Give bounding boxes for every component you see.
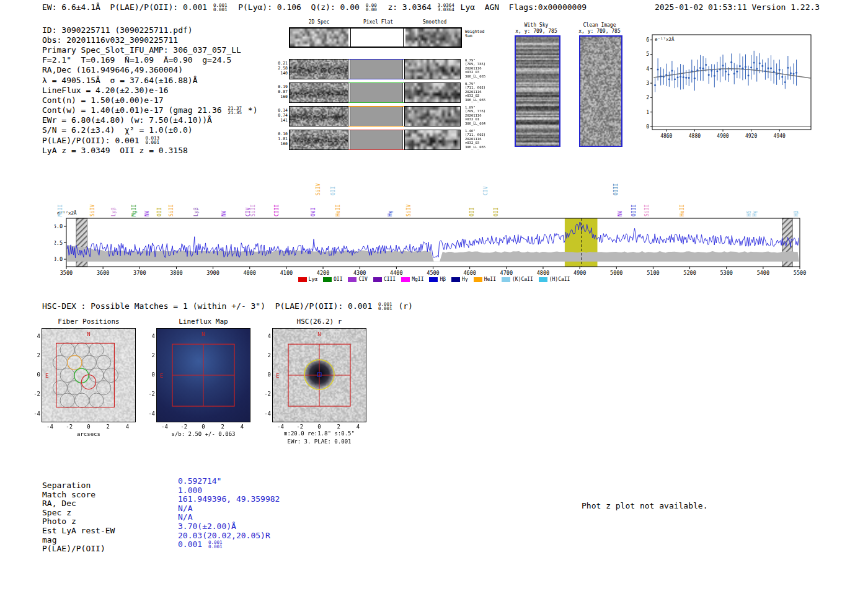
spec2d-row-right-labels: 1.09"(709, 776)20201116v032_01306_LL_084 — [465, 105, 495, 125]
line-marker-label: CIII — [274, 205, 280, 216]
spec2d-row-right-labels: 0.79"(711, 602)20201116v032_02306_LL_065 — [465, 82, 495, 102]
cutout-ytick: -4 — [145, 411, 155, 417]
cleanimage-coords: x, y: 709, 785 — [574, 29, 625, 34]
spec2d-smoothed-image — [405, 107, 460, 126]
match-table-label: RA, Dec — [42, 499, 76, 508]
spec2d-col-label-smoothed: Smoothed — [407, 19, 462, 25]
info-line: Obs: 20201116v032_3090225711 — [42, 35, 257, 45]
legend-item: MgII — [401, 277, 423, 282]
info-line: ID: 3090225711 (3090225711.pdf) — [42, 25, 257, 35]
info-text: LineFlux = 4.20(±2.30)e-16 — [42, 86, 169, 95]
cutout-xtick: -2 — [178, 424, 190, 430]
legend-label: Hβ — [440, 277, 446, 282]
cutout-ytick: -2 — [145, 391, 155, 397]
cutout-xtick: 0 — [82, 424, 95, 430]
legend-label: HeII — [484, 277, 496, 282]
compass-north: N — [317, 331, 321, 337]
legend-label: CIII — [384, 277, 396, 282]
hsc-cutout-title: HSC(26.2) r — [273, 318, 366, 326]
legend-swatch — [323, 277, 332, 282]
full-spectrum-plot: 3500360037003800390040004100420043004400… — [55, 167, 814, 287]
svg-text:3700: 3700 — [133, 270, 146, 276]
spec2d-row-left-label: 0.10 — [270, 131, 288, 136]
spec2d-col-label-pixelflat: Pixel Flat — [350, 19, 406, 25]
spec2d-row-left-labels: 0.140.74141 — [270, 108, 288, 123]
weighted-sum-label-line2: Sum — [465, 34, 484, 38]
header-sub: 0.00 — [366, 7, 377, 12]
info-line: LyA z = 3.0349 OII z = 0.3158 — [42, 145, 257, 155]
legend-swatch — [474, 277, 482, 282]
svg-text:4880: 4880 — [689, 133, 701, 139]
cutout-ytick: -4 — [261, 411, 271, 417]
line-marker-label: MgII — [131, 205, 137, 216]
legend-label: CIV — [358, 277, 367, 282]
legend-item: OII — [323, 277, 342, 282]
cutout-xtick: -4 — [275, 424, 287, 430]
match-value-text: N/A — [178, 512, 192, 522]
cutout-ytick: 4 — [145, 333, 155, 339]
header-timestamp: 2025-01-02 01:53:11 Version 1.22.3 — [655, 2, 820, 12]
cutout-xtick: -2 — [294, 424, 306, 430]
line-marker-label: SiIV — [90, 205, 95, 216]
fiber-circle — [104, 368, 118, 382]
line-marker-label: Lyβ — [111, 207, 117, 216]
header-summary: EW: 6.6±4.1Å P(LAE)/P(OII): 0.001 0.0010… — [42, 2, 587, 12]
legend-label: (K)CaII — [512, 277, 533, 282]
cutout-ytick: -4 — [30, 411, 40, 417]
header-text: P(Lyα): 0.106 Q(z): 0.00 — [229, 2, 365, 12]
info-text: Cont(w) = 1.40(±0.01)e-17 (gmag 21.36 — [42, 105, 226, 115]
cutout-ytick: -2 — [30, 391, 40, 397]
spec2d-cutout-image — [290, 107, 348, 126]
info-fraction: 0.0130.001 — [145, 136, 159, 144]
spec2d-row-right-label: 306_LL_085 — [465, 74, 495, 78]
line-marker-label: OIII — [631, 205, 637, 216]
fiber-circle — [53, 381, 67, 395]
info-line: Cont(n) = 1.50(±0.00)e-17 — [42, 95, 257, 105]
info-line: F=2.1" T=0.169 N̄=1.09 Ā=0.90 g=24.5 — [42, 55, 257, 65]
svg-text:4800: 4800 — [537, 270, 549, 276]
weighted-sum-flat-gap — [350, 29, 404, 47]
cutout-ytick: 4 — [30, 333, 40, 339]
match-table-value: N/A — [178, 512, 192, 522]
legend-item: (K)CaII — [502, 277, 533, 282]
info-line: EWr = 6.80(±4.80) (w: 7.50(±4.10))Å — [42, 115, 257, 125]
match-table-label: Match score — [42, 490, 95, 499]
cutout-ytick: 0 — [261, 371, 271, 378]
svg-text:5.0: 5.0 — [55, 223, 63, 229]
svg-text:4200: 4200 — [317, 270, 329, 276]
line-marker-label: SiIV — [316, 184, 321, 195]
line-marker-label: NV — [618, 210, 623, 216]
pixel-flat-image — [350, 83, 403, 102]
fiber-circle — [97, 355, 111, 370]
info-text: Obs: 20201116v032_3090225711 — [42, 35, 178, 45]
withsky-image — [515, 35, 560, 147]
line-marker-label: HeII — [680, 205, 685, 216]
spec2d-row-images — [289, 59, 461, 79]
spec2d-cutout-image — [290, 83, 348, 102]
line-marker-label: Lyβ — [193, 207, 199, 216]
svg-text:4860: 4860 — [660, 133, 672, 139]
svg-text:4300: 4300 — [353, 270, 366, 276]
spec2d-row-left-label: 1.81 — [270, 136, 288, 141]
photz-notice: Phot z plot not available. — [582, 501, 708, 510]
weighted-sum-label: Weighted Sum — [465, 30, 484, 38]
info-line: RA,Dec (161.949646,49.360004) — [42, 65, 257, 75]
cutout-xtick: 4 — [352, 424, 365, 430]
svg-text:5300: 5300 — [720, 270, 732, 276]
cutout-xtick: 4 — [122, 424, 134, 430]
fiber-xlabel: arcsecs — [42, 431, 135, 437]
legend-swatch — [401, 277, 410, 282]
svg-text:3800: 3800 — [170, 270, 182, 276]
legend-swatch — [451, 277, 460, 282]
match-table-label: mag — [42, 535, 56, 544]
hsc-dex-text: HSC-DEX : Possible Matches = 1 (within +… — [42, 301, 377, 311]
legend-label: Hγ — [462, 277, 468, 282]
spec2d-row-left-label: 140 — [270, 71, 288, 76]
emission-line-fit-plot: 012345648604880490049204940e⁻¹⁷x2Å — [639, 29, 825, 146]
pixel-flat-image — [350, 60, 403, 79]
match-table-value: 161.949396, 49.359982 — [178, 494, 280, 504]
spec2d-row-right-label: 306_LL_065 — [465, 98, 495, 102]
svg-text:6: 6 — [646, 37, 649, 43]
fiber-circle — [53, 355, 67, 370]
svg-text:5: 5 — [646, 51, 649, 57]
